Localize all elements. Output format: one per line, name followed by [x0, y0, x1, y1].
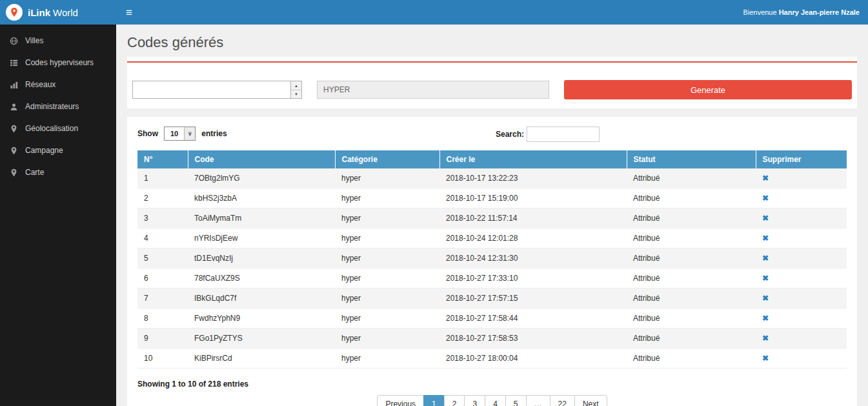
user-icon	[10, 103, 18, 111]
cell-code: FwdhzYphN9	[188, 309, 335, 329]
welcome-prefix: Bienvenue	[743, 8, 779, 16]
list-icon	[10, 59, 18, 67]
sidebar-item-geolocalisation[interactable]: Géolocalisation	[0, 117, 116, 139]
cell-status: Attribué	[627, 208, 756, 228]
table-panel: Show 10 ∨ entries Search:	[127, 117, 857, 406]
bar-chart-icon	[10, 81, 18, 89]
table-row: 8 FwdhzYphN9 hyper 2018-10-27 17:58:44 A…	[137, 309, 847, 329]
search-input[interactable]	[527, 127, 600, 142]
delete-icon[interactable]: ✖	[762, 254, 769, 263]
sidebar-item-carte[interactable]: Carte	[0, 161, 116, 183]
stepper-up-icon[interactable]: ▴	[291, 81, 301, 90]
cell-status: Attribué	[627, 228, 756, 249]
search-label: Search:	[496, 130, 524, 139]
cell-code: KiBPirsrCd	[188, 349, 335, 369]
delete-icon[interactable]: ✖	[762, 214, 769, 223]
cell-created: 2018-10-24 12:31:30	[439, 249, 627, 269]
cell-code: kbHS2j3zbA	[188, 188, 335, 208]
cell-category: hyper	[335, 269, 439, 289]
map-pin-icon	[10, 168, 18, 177]
cell-category: hyper	[335, 188, 439, 208]
delete-icon[interactable]: ✖	[762, 274, 769, 283]
table-row: 4 nYRIsDjEew hyper 2018-10-24 12:01:28 A…	[137, 228, 847, 249]
cell-code: 78fCaUXZ9S	[188, 269, 335, 289]
cell-num: 2	[137, 188, 188, 208]
cell-created: 2018-10-17 13:22:23	[439, 168, 627, 188]
cell-category: hyper	[335, 349, 439, 369]
globe-icon	[10, 37, 18, 45]
stepper-down-icon[interactable]: ▾	[291, 90, 301, 99]
table-row: 2 kbHS2j3zbA hyper 2018-10-17 15:19:00 A…	[137, 188, 847, 208]
delete-icon[interactable]: ✖	[762, 234, 769, 243]
delete-icon[interactable]: ✖	[762, 174, 769, 183]
pagination-page-4[interactable]: 4	[485, 395, 506, 406]
sidebar-item-campagne[interactable]: Campagne	[0, 139, 116, 161]
cell-status: Attribué	[627, 188, 756, 208]
delete-icon[interactable]: ✖	[762, 334, 769, 343]
delete-icon[interactable]: ✖	[762, 194, 769, 203]
cell-status: Attribué	[627, 349, 756, 369]
sidebar-item-label: Codes hyperviseurs	[25, 58, 94, 67]
cell-status: Attribué	[627, 168, 756, 188]
delete-icon[interactable]: ✖	[762, 294, 769, 303]
cell-created: 2018-10-27 17:58:53	[439, 329, 627, 349]
sidebar-item-codes-hyperviseurs[interactable]: Codes hyperviseurs	[0, 52, 116, 74]
sidebar-item-villes[interactable]: Villes	[0, 30, 116, 52]
cell-category: hyper	[335, 329, 439, 349]
cell-created: 2018-10-17 15:19:00	[439, 188, 627, 208]
pagination-page-3[interactable]: 3	[464, 395, 485, 406]
table-row: 1 7OBtg2lmYG hyper 2018-10-17 13:22:23 A…	[137, 168, 847, 188]
brand-bold: iLink	[28, 7, 50, 18]
quantity-stepper[interactable]: ▴ ▾	[132, 81, 302, 99]
main-content: Codes générés ▴ ▾ Generate Show	[116, 25, 868, 406]
cell-num: 1	[137, 168, 188, 188]
table-row: 6 78fCaUXZ9S hyper 2018-10-27 17:33:10 A…	[137, 269, 847, 289]
page-length-select[interactable]: 10 ∨	[164, 127, 196, 141]
column-header-category: Catégorie	[335, 150, 439, 168]
page-title: Codes générés	[127, 34, 857, 51]
pagination-previous[interactable]: Previous	[377, 395, 424, 406]
map-pin-icon	[10, 125, 18, 133]
pagination-page-1[interactable]: 1	[423, 395, 445, 406]
delete-icon[interactable]: ✖	[762, 354, 769, 363]
sidebar-item-label: Réseaux	[25, 80, 56, 89]
sidebar-item-administrateurs[interactable]: Administrateurs	[0, 96, 116, 117]
pagination-next[interactable]: Next	[574, 395, 607, 406]
cell-num: 4	[137, 228, 188, 249]
cell-category: hyper	[335, 309, 439, 329]
cell-category: hyper	[335, 168, 439, 188]
cell-category: hyper	[335, 289, 439, 309]
sidebar-item-label: Villes	[25, 36, 43, 45]
sidebar-item-reseaux[interactable]: Réseaux	[0, 74, 116, 96]
sidebar-item-label: Géolocalisation	[25, 124, 78, 133]
quantity-input[interactable]	[133, 81, 290, 98]
sidebar-item-label: Administrateurs	[25, 102, 79, 111]
delete-icon[interactable]: ✖	[762, 314, 769, 323]
generate-button[interactable]: Generate	[564, 80, 852, 99]
hamburger-menu-icon[interactable]: ≡	[126, 7, 132, 18]
topbar: iLinkWorld ≡ Bienvenue Hanry Jean-pierre…	[0, 0, 868, 25]
cell-status: Attribué	[627, 249, 756, 269]
table-footer: Showing 1 to 10 of 218 entries Previous …	[137, 380, 847, 406]
cell-status: Attribué	[627, 289, 756, 309]
cell-code: IBkGLqdC7f	[188, 289, 335, 309]
sidebar: Villes Codes hyperviseurs Réseaux Admini…	[0, 25, 116, 406]
column-header-status: Statut	[627, 150, 756, 168]
show-label: Show	[137, 129, 158, 138]
codes-table: N° Code Catégorie Créer le Statut Suppri…	[137, 150, 847, 369]
cell-code: tD1EvqNzIj	[188, 249, 335, 269]
table-row: 7 IBkGLqdC7f hyper 2018-10-27 17:57:15 A…	[137, 289, 847, 309]
page-length-value: 10	[165, 127, 184, 140]
pagination-ellipsis: …	[526, 395, 550, 406]
category-field[interactable]	[317, 81, 549, 99]
pagination-page-5[interactable]: 5	[505, 395, 527, 406]
brand: iLinkWorld	[0, 0, 116, 25]
column-header-created: Créer le	[439, 150, 627, 168]
pagination-page-22[interactable]: 22	[550, 395, 575, 406]
cell-code: 7OBtg2lmYG	[188, 168, 335, 188]
cell-created: 2018-10-27 17:58:44	[439, 309, 627, 329]
chevron-down-icon: ∨	[184, 127, 195, 140]
cell-num: 6	[137, 269, 188, 289]
pagination-page-2[interactable]: 2	[444, 395, 465, 406]
search-control: Search:	[496, 127, 600, 142]
